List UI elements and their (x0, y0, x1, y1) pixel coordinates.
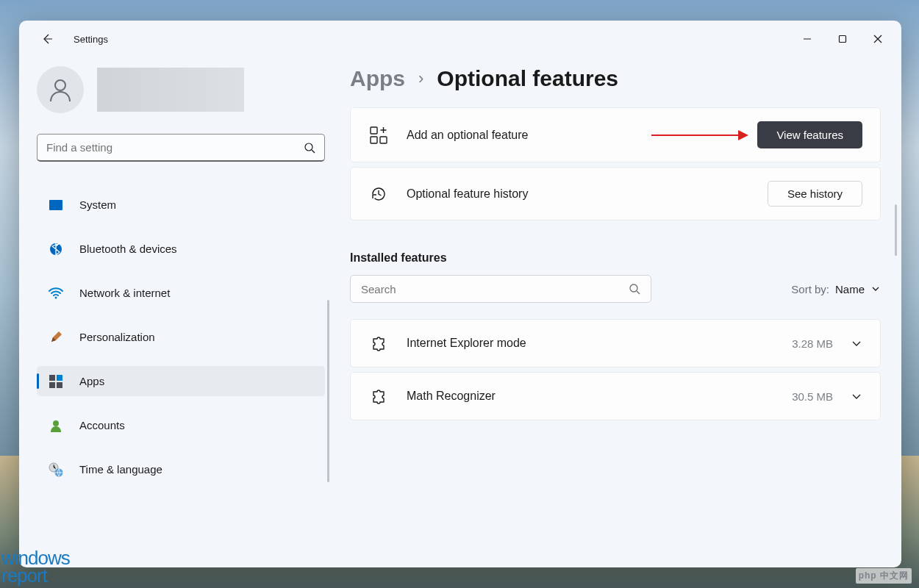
svg-rect-1 (840, 36, 846, 43)
puzzle-icon (368, 334, 389, 352)
svg-point-14 (53, 420, 59, 426)
arrow-left-icon (40, 32, 54, 46)
svg-rect-13 (57, 382, 62, 388)
breadcrumb: Apps › Optional features (350, 66, 881, 91)
add-feature-label: Add an optional feature (407, 129, 651, 142)
sidebar-item-label: Apps (79, 375, 104, 387)
apps-icon (49, 374, 63, 389)
svg-rect-12 (49, 382, 55, 388)
svg-point-4 (55, 80, 65, 90)
display-icon (49, 198, 63, 212)
sort-label: Sort by: (791, 283, 829, 295)
installed-features-heading: Installed features (350, 251, 881, 265)
sidebar-item-apps[interactable]: Apps (37, 366, 325, 396)
puzzle-icon (368, 387, 389, 405)
settings-window: Settings System (19, 21, 901, 567)
history-card: Optional feature history See history (350, 167, 881, 220)
svg-rect-19 (380, 137, 387, 143)
sidebar: System Bluetooth & devices Network & int… (19, 57, 329, 567)
search-icon (629, 283, 640, 295)
person-icon (47, 76, 74, 103)
profile-header[interactable] (37, 63, 329, 126)
chevron-down-icon (870, 284, 881, 294)
svg-line-6 (312, 150, 315, 153)
sort-dropdown[interactable]: Sort by: Name (791, 283, 881, 295)
svg-rect-11 (57, 375, 62, 381)
add-feature-card: Add an optional feature View features (350, 107, 881, 162)
svg-rect-10 (49, 375, 55, 381)
filter-row: Sort by: Name (350, 275, 881, 303)
sidebar-item-label: Network & internet (79, 287, 170, 299)
back-button[interactable] (34, 26, 60, 52)
chevron-down-icon (851, 390, 862, 402)
sidebar-item-time[interactable]: Time & language (37, 454, 325, 484)
settings-search[interactable] (37, 134, 325, 162)
feature-item[interactable]: Internet Explorer mode 3.28 MB (350, 319, 881, 368)
profile-name-redacted (97, 68, 244, 112)
view-features-button[interactable]: View features (757, 121, 862, 148)
sidebar-item-personalization[interactable]: Personalization (37, 322, 325, 352)
feature-search-input[interactable] (361, 283, 629, 295)
feature-search[interactable] (350, 275, 651, 303)
sidebar-item-label: System (79, 198, 116, 211)
nav-list: System Bluetooth & devices Network & int… (37, 190, 329, 484)
watermark-right: php 中文网 (856, 568, 912, 584)
close-button[interactable] (860, 26, 895, 52)
search-icon (304, 142, 315, 154)
grid-plus-icon (368, 126, 389, 144)
feature-name: Internet Explorer mode (407, 337, 792, 350)
avatar (37, 66, 84, 113)
sidebar-item-accounts[interactable]: Accounts (37, 410, 325, 440)
minimize-icon (803, 35, 812, 43)
sidebar-item-label: Time & language (79, 463, 162, 476)
sidebar-item-system[interactable]: System (37, 190, 325, 220)
svg-point-5 (305, 143, 312, 151)
svg-rect-18 (371, 137, 377, 143)
sidebar-item-label: Bluetooth & devices (79, 243, 177, 255)
titlebar: Settings (19, 21, 901, 57)
feature-size: 30.5 MB (792, 390, 833, 403)
see-history-button[interactable]: See history (768, 181, 862, 207)
search-input[interactable] (46, 141, 304, 154)
history-label: Optional feature history (407, 187, 768, 201)
watermark-left: windowsreport (1, 550, 70, 585)
close-icon (873, 35, 882, 43)
bluetooth-icon (49, 242, 63, 257)
svg-point-9 (55, 296, 57, 298)
svg-rect-7 (49, 200, 62, 210)
svg-rect-17 (371, 127, 377, 134)
minimize-button[interactable] (790, 26, 825, 52)
annotation-arrow (651, 135, 747, 136)
main-scrollbar[interactable] (895, 204, 897, 256)
sidebar-item-bluetooth[interactable]: Bluetooth & devices (37, 234, 325, 264)
svg-point-22 (630, 284, 637, 292)
history-icon (368, 185, 389, 203)
maximize-button[interactable] (825, 26, 860, 52)
feature-item[interactable]: Math Recognizer 30.5 MB (350, 372, 881, 420)
breadcrumb-parent[interactable]: Apps (350, 66, 405, 91)
svg-line-23 (637, 291, 640, 294)
account-icon (49, 418, 63, 433)
clock-globe-icon (49, 462, 63, 477)
chevron-down-icon (851, 337, 862, 349)
paintbrush-icon (49, 330, 63, 345)
maximize-icon (838, 35, 847, 43)
sidebar-item-label: Personalization (79, 331, 155, 343)
sort-value: Name (835, 283, 865, 295)
page-title: Optional features (437, 66, 618, 91)
sidebar-item-network[interactable]: Network & internet (37, 278, 325, 308)
main-content: Apps › Optional features Add an optional… (329, 57, 901, 567)
sidebar-item-label: Accounts (79, 419, 125, 431)
wifi-icon (49, 286, 63, 301)
chevron-right-icon: › (418, 69, 423, 88)
feature-size: 3.28 MB (792, 337, 833, 350)
feature-name: Math Recognizer (407, 390, 792, 403)
app-title: Settings (74, 34, 108, 45)
